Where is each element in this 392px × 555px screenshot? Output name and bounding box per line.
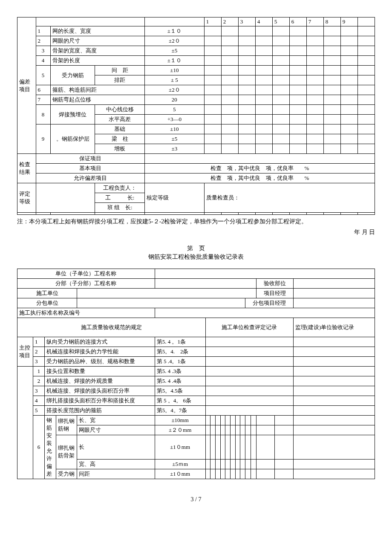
row-num: 1	[33, 337, 45, 347]
tolerance: ±3	[144, 144, 204, 154]
sub-item: 基础	[95, 124, 144, 134]
tolerance: ± 5	[144, 75, 204, 85]
row-num: 5	[36, 66, 50, 85]
sub-item: 水平高差	[95, 115, 144, 124]
item-name: 骨架的宽度、高度	[50, 46, 144, 56]
group-label: 绑扎钢筋钢	[56, 415, 77, 435]
item-name: 机械连接和焊接头的力学性能	[45, 347, 155, 356]
row-num: 5	[33, 405, 45, 415]
item-name: 宽、高	[77, 459, 155, 469]
tolerance: ±2０	[144, 36, 204, 46]
col-header: 施工单位检查评定记录	[205, 318, 293, 337]
item-name: 纵向受力钢筋的连接方式	[45, 337, 155, 347]
item-name: 机械连接、焊接的外观质量	[45, 376, 155, 386]
item-name: 。钢筋保护层	[50, 124, 95, 154]
item-name: 网眼的尺寸	[50, 36, 144, 46]
col-3: 3	[238, 17, 255, 26]
sub-item: 排距	[95, 75, 144, 85]
check-row: 基本项目	[36, 164, 144, 173]
row-num: 2	[33, 376, 45, 386]
tolerance: ±10mm	[155, 415, 205, 425]
item-name: 接头位置和数量	[45, 366, 155, 376]
item-name: 机械连接、焊接的接头面积百分率	[45, 386, 155, 396]
eval-signer: 班 组 长:	[95, 203, 144, 213]
reference: 第5. 4 .3条	[155, 366, 205, 376]
check-row: 允许偏差项目	[36, 173, 144, 183]
tolerance: ±10	[144, 66, 204, 75]
tolerance: ±2０	[144, 85, 204, 95]
section-label: 偏差项目	[17, 17, 36, 154]
field-label: 施工执行标准名称及编号	[17, 308, 155, 318]
tolerance: ±5ｍm	[155, 459, 205, 469]
item-name: 长	[77, 435, 155, 459]
reference: 第 5 .4。1条	[155, 356, 205, 366]
item-name: 间距	[77, 469, 155, 479]
row-num: 8	[36, 105, 50, 124]
reference: 第5. 4 。1条	[155, 337, 205, 347]
row-num: 4	[36, 56, 50, 66]
row-num: 4	[33, 396, 45, 405]
reference: 第5。4.5条	[155, 386, 205, 396]
item-name: 钢筋弯起点位移	[50, 95, 144, 105]
item-name: 搭接长度范围内的箍筋	[45, 405, 155, 415]
tolerance: ±１０	[144, 26, 204, 36]
eval-label: 评定等级	[17, 183, 36, 213]
field-label: 项目经理	[256, 288, 293, 298]
tolerance: ±10	[144, 124, 204, 134]
eval-signer: 工 长:	[95, 193, 144, 203]
col-2: 2	[221, 17, 238, 26]
check-value: 检查 项，其中优良 项，优良率 %	[144, 173, 375, 183]
col-4: 4	[255, 17, 272, 26]
reference: 第5. 4 .4条	[155, 376, 205, 386]
item-name: 绑扎搭接接头面积百分率和搭接长度	[45, 396, 155, 405]
row-num: 6	[36, 85, 50, 95]
col-6: 6	[289, 17, 306, 26]
group-label: 受力钢	[56, 469, 77, 479]
field-label: 分包单位	[17, 298, 77, 308]
row-num: 3	[33, 356, 45, 366]
sub-item: 中心线位移	[95, 105, 144, 115]
item-name: 受力钢筋的品种、级别、规格和数量	[45, 356, 155, 366]
tolerance: +3—0	[144, 115, 204, 124]
deviation-table: 偏差项目 1 2 3 4 5 6 7 8 9 1 网的长度、宽度 ±１０ 2 网…	[17, 17, 375, 215]
row-num: 1	[36, 26, 50, 36]
inspection-table: 单位（子单位）工程名称 分部（子分部）工程名称 验收部位 施工单位 项目经理 分…	[17, 269, 375, 479]
col-8: 8	[323, 17, 340, 26]
eval-side: 质量检查员：	[204, 183, 375, 213]
tolerance: ±1０mm	[155, 469, 205, 479]
item-name: 网眼尺寸	[77, 425, 155, 435]
group-label: 绑扎钢筋骨架	[56, 435, 77, 469]
field-label: 单位（子单位）工程名称	[17, 269, 155, 278]
col-1: 1	[204, 17, 221, 26]
row-num: 9	[36, 124, 50, 154]
item-name: 网的长度、宽度	[50, 26, 144, 36]
item-name: 骨架的长度	[50, 56, 144, 66]
reference: 第5。4。7条	[155, 405, 205, 415]
row-num: 6	[33, 415, 45, 479]
tolerance: 20	[144, 95, 204, 105]
sub-item: 增板	[95, 144, 144, 154]
check-label: 检查结果	[17, 154, 36, 183]
tolerance: ±１０	[144, 56, 204, 66]
reference: 第5。4. 2条	[155, 347, 205, 356]
tol-vlabel: 钢筋安装允许偏差	[45, 415, 56, 479]
tolerance: ±5	[144, 46, 204, 56]
col-7: 7	[306, 17, 323, 26]
tolerance: ±1０mm	[155, 435, 205, 459]
page-header: 第 页	[17, 245, 375, 252]
row-num: 7	[36, 95, 50, 105]
field-label: 分包项目经理	[245, 298, 293, 308]
row-num: 2	[33, 347, 45, 356]
field-label: 验收部位	[256, 278, 293, 288]
eval-side: 核定等级	[144, 183, 204, 213]
item-name: 箍筋、构造筋间距	[50, 85, 144, 95]
row-num: 1	[33, 366, 45, 376]
field-label: 分部（子分部）工程名称	[17, 278, 155, 288]
item-name: 焊接预埋位	[50, 105, 95, 124]
check-value: 检查 项，其中优良 项，优良率 %	[144, 164, 375, 173]
tolerance: ±5	[144, 134, 204, 144]
tolerance: 5	[144, 105, 204, 115]
col-9: 9	[340, 17, 357, 26]
form-title: 钢筋安装工程检验批质量验收记录表	[17, 253, 375, 261]
note-text: 注：本分项工程上如有钢筋焊接分项工程，应按建5-２-2检验评定，单独作为一个分项…	[17, 217, 375, 226]
